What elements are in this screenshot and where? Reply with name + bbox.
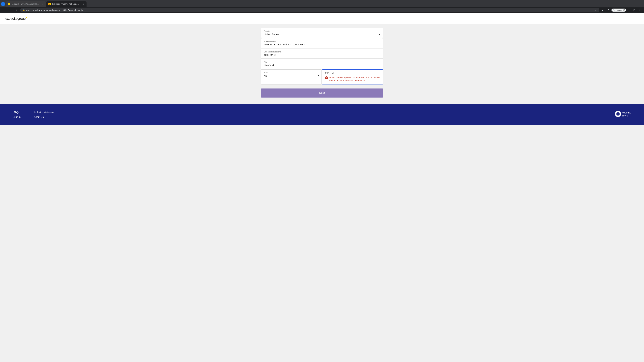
footer-col-1: FAQs Sign in xyxy=(14,111,21,118)
logo-svg: expedia group xyxy=(5,16,27,21)
url-text: apps.expediapartnercentral.com/en_US/lis… xyxy=(26,9,594,11)
address-form: Country United States ▾ Street address 4… xyxy=(261,28,383,84)
maximize-button[interactable]: □ xyxy=(632,8,636,12)
country-value: United States xyxy=(264,33,279,36)
state-field[interactable]: State NY ▾ xyxy=(261,69,322,84)
footer-logo: e expedia group xyxy=(615,111,630,117)
street-address-field[interactable]: Street address 40 E 7th St New York NY 1… xyxy=(261,38,383,48)
browser-tab-1[interactable]: e Expedia Travel: Vacation Home... ✕ xyxy=(6,1,46,7)
tab1-title: Expedia Travel: Vacation Home... xyxy=(12,3,40,5)
browser-toolbar: ← → ↻ 🔒 apps.expediapartnercentral.com/e… xyxy=(0,7,644,13)
tab1-close-button[interactable]: ✕ xyxy=(41,3,44,5)
footer-logo-icon: e xyxy=(615,111,621,117)
country-chevron-icon: ▾ xyxy=(379,33,380,36)
city-value: New York xyxy=(264,64,274,67)
toolbar-actions: Incognito (2) — □ ✕ xyxy=(601,8,642,12)
svg-point-9 xyxy=(26,17,27,18)
country-select[interactable]: United States ▾ xyxy=(264,33,380,36)
page-header: expedia group xyxy=(0,13,644,24)
street-address-value: 40 E 7th St New York NY 10003 USA xyxy=(264,43,305,46)
footer-signin-link[interactable]: Sign in xyxy=(14,116,21,118)
lock-icon: 🔒 xyxy=(22,9,25,11)
country-label: Country xyxy=(264,30,380,32)
new-tab-button[interactable]: + xyxy=(88,2,92,6)
footer-inclusion-link[interactable]: Inclusion statement xyxy=(34,111,54,114)
extensions-button[interactable] xyxy=(606,8,611,12)
svg-text:e: e xyxy=(618,113,618,115)
svg-text:e: e xyxy=(9,3,10,5)
zip-field[interactable]: ! Postal code or zip code contains one o… xyxy=(322,69,383,84)
browser-tab-bar: ● e Expedia Travel: Vacation Home... ✕ e… xyxy=(0,0,644,7)
back-button[interactable]: ← xyxy=(2,8,7,12)
tab2-close-button[interactable]: ✕ xyxy=(82,3,84,5)
reading-list-button[interactable] xyxy=(601,8,606,12)
page-footer: FAQs Sign in Inclusion statement About U… xyxy=(0,104,644,125)
city-field[interactable]: City New York xyxy=(261,59,383,69)
tab1-favicon: e xyxy=(8,3,10,5)
street-address-label: Street address xyxy=(264,40,380,42)
error-icon: ! xyxy=(325,76,328,79)
city-label: City xyxy=(264,61,380,63)
page-content: Country United States ▾ Street address 4… xyxy=(258,24,386,104)
close-window-button[interactable]: ✕ xyxy=(637,8,642,12)
zip-input[interactable] xyxy=(325,72,380,75)
next-button[interactable]: Next xyxy=(261,88,383,97)
tab-group-indicator[interactable]: ● xyxy=(1,2,5,6)
state-zip-row: State NY ▾ ! Postal code or zip code con… xyxy=(261,69,383,84)
bookmark-icon[interactable]: ☆ xyxy=(595,9,597,11)
unit-value: 40 E 7th St xyxy=(264,53,276,56)
forward-button[interactable]: → xyxy=(8,8,13,12)
footer-col-2: Inclusion statement About Us xyxy=(34,111,54,118)
svg-rect-6 xyxy=(602,10,604,11)
expedia-logo: expedia group xyxy=(5,16,639,21)
error-text: Postal code or zip code contains one or … xyxy=(330,76,380,82)
svg-text:e: e xyxy=(49,3,50,5)
tab2-favicon: e xyxy=(48,3,51,5)
browser-tab-2[interactable]: e List Your Property with Expedia... ✕ xyxy=(46,1,86,7)
svg-rect-5 xyxy=(602,10,604,10)
svg-text:expedia group: expedia group xyxy=(5,17,26,20)
page-wrapper: expedia group Country United States ▾ St… xyxy=(0,13,644,362)
unit-number-field[interactable]: Unit number (optional) 40 E 7th St xyxy=(261,49,383,59)
footer-logo-text: expedia group xyxy=(622,111,630,117)
state-value: NY xyxy=(264,74,267,77)
tab2-title: List Your Property with Expedia... xyxy=(52,3,80,5)
minimize-button[interactable]: — xyxy=(626,8,631,12)
browser-chrome: ● e Expedia Travel: Vacation Home... ✕ e… xyxy=(0,0,644,13)
zip-error-message: ! Postal code or zip code contains one o… xyxy=(325,76,380,82)
footer-about-link[interactable]: About Us xyxy=(34,116,54,118)
address-bar[interactable]: 🔒 apps.expediapartnercentral.com/en_US/l… xyxy=(20,8,600,12)
incognito-indicator: Incognito (2) xyxy=(612,8,626,11)
refresh-button[interactable]: ↻ xyxy=(14,8,19,12)
country-field[interactable]: Country United States ▾ xyxy=(261,28,383,38)
state-chevron-icon: ▾ xyxy=(318,74,319,77)
svg-rect-4 xyxy=(602,9,604,9)
state-label: State xyxy=(264,71,319,73)
footer-faqs-link[interactable]: FAQs xyxy=(14,111,21,114)
unit-label: Unit number (optional) xyxy=(264,51,380,53)
state-select[interactable]: NY ▾ xyxy=(264,74,319,77)
incognito-label: Incognito (2) xyxy=(616,9,625,11)
